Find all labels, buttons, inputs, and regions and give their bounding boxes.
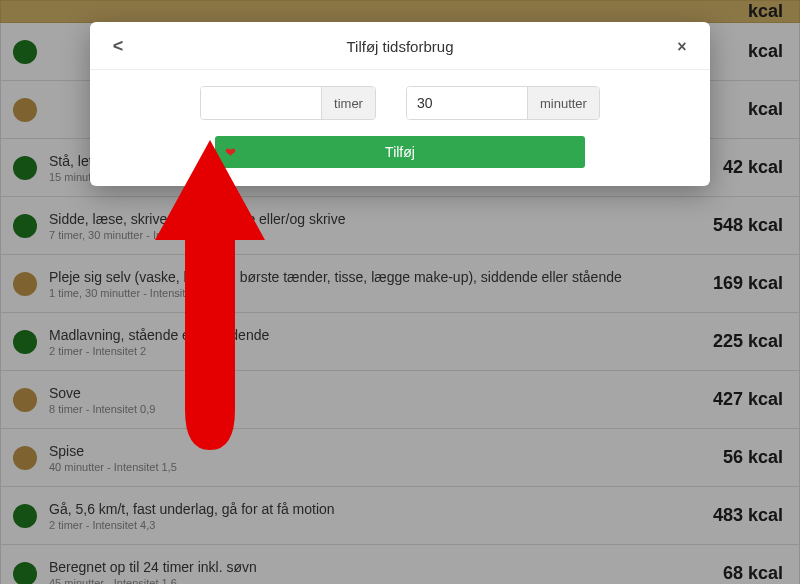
modal-title: Tilføj tidsforbrug [347, 38, 454, 55]
minutes-input[interactable] [407, 87, 527, 119]
modal-close-button[interactable]: × [670, 38, 694, 56]
modal-back-button[interactable]: < [106, 36, 130, 57]
minutes-unit-label: minutter [527, 87, 599, 119]
hours-input-group: timer [200, 86, 376, 120]
heart-icon: ❤ [225, 145, 236, 160]
time-modal: < Tilføj tidsforbrug × timer minutter ❤ … [90, 22, 710, 186]
modal-header: < Tilføj tidsforbrug × [90, 22, 710, 70]
hours-unit-label: timer [321, 87, 375, 119]
modal-add-label: Tilføj [385, 144, 415, 160]
modal-add-button[interactable]: ❤ Tilføj [215, 136, 585, 168]
hours-input[interactable] [201, 87, 321, 119]
minutes-input-group: minutter [406, 86, 600, 120]
modal-body: timer minutter ❤ Tilføj [90, 70, 710, 168]
time-inputs: timer minutter [106, 86, 694, 120]
